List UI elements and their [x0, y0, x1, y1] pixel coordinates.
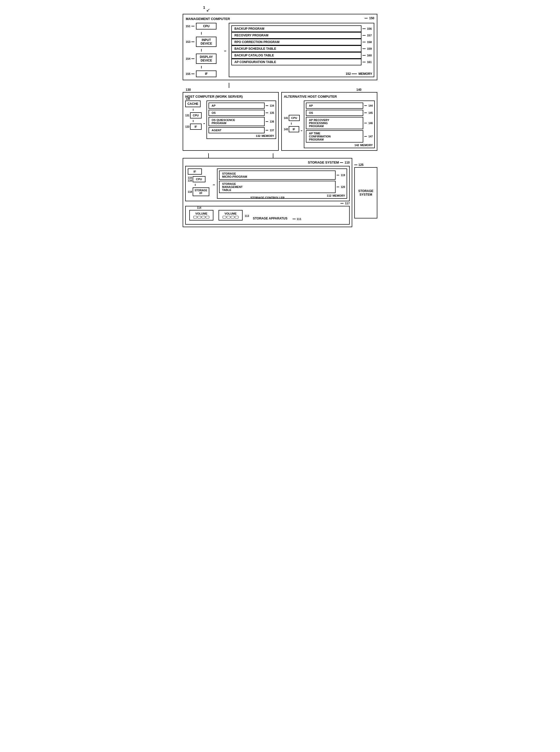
storage-storageif-ref: 118	[188, 191, 192, 193]
mgmt-memory-item: RECOVERY PROGRAM 157	[231, 32, 372, 39]
mgmt-computer-title: MANAGEMENT COMPUTER	[186, 17, 230, 21]
vol1-ref-114: 114	[197, 206, 201, 209]
storage-cpu-ref: 116	[188, 179, 192, 182]
host-computer-title: HOST COMPUTER (WORK SERVER)	[185, 95, 276, 98]
system-diagram: 1 ↙ MANAGEMENT COMPUTER 150 151 CPU	[183, 5, 377, 230]
cpu-ref-label: 151	[186, 25, 190, 28]
mgmt-memory-label: 152 MEMORY	[345, 72, 372, 76]
host-memory-item: OS 135	[208, 110, 274, 116]
storage-system-ref: 110	[344, 161, 350, 165]
storage-memory-item: STORAGE MANAGEMENT TABLE 120	[219, 181, 345, 193]
host-memory-box: AP 134 OS 135 OS QUIESCENCE PROGRAM 136 …	[206, 100, 276, 139]
diagram-arrow: ↙	[206, 7, 210, 13]
diagram-ref: 1	[203, 5, 205, 9]
cache-ref: 138	[186, 97, 190, 100]
alt-memory-item: OS 145	[306, 110, 373, 116]
volume2-box: VOLUME	[219, 210, 243, 220]
mgmt-memory-item: BACKUP CATALOG TABLE 160	[231, 52, 372, 59]
host-ref-top: 130	[186, 88, 191, 92]
host-memory-item: AGENT 137	[208, 127, 274, 133]
storage-memory-item: STORAGE MICRO-PROGRAM 119	[219, 171, 345, 180]
cpu-box: CPU	[196, 23, 217, 30]
alt-cpu-ref: 141	[284, 117, 288, 119]
host-if-box: IF	[190, 123, 202, 130]
alt-if-ref: 143	[284, 128, 288, 131]
storage-apparatus-box: 114 VOLUME 113	[185, 206, 350, 225]
storage-memory-box: STORAGE MICRO-PROGRAM 119 STORAGE MANAGE…	[217, 169, 347, 199]
storage-apparatus-ref: 111	[297, 217, 301, 220]
alt-host-title: ALTERNATIVE HOST COMPUTER	[284, 95, 375, 98]
display-device-box: DISPLAY DEVICE	[196, 54, 217, 64]
storage-vol-ref: 117	[345, 202, 350, 205]
host-memory-item: AP 134	[208, 102, 274, 109]
alt-host-ref-top: 140	[356, 88, 361, 92]
extra-storage-ref: 125	[358, 163, 363, 167]
vol2-ref-113: 113	[245, 215, 249, 217]
storage-controller-label: STORAGE CONTROLLER	[250, 196, 285, 199]
input-device-ref-label: 153	[186, 40, 190, 43]
extra-storage-box: STORAGE SYSTEM	[354, 167, 377, 218]
alt-memory-box: AP 144 OS 145 AP RECOVERY PROCESSING PRO…	[304, 100, 375, 148]
storage-cpu-box: CPU	[193, 176, 205, 182]
storage-system-box: STORAGE SYSTEM 110 IF 115	[183, 158, 352, 227]
storage-controller-box: IF 115 116 CPU	[185, 166, 350, 201]
mgmt-memory-item: BACKUP SCHEDULE TABLE 159	[231, 45, 372, 52]
host-cpu-box: CPU	[190, 112, 202, 118]
host-cpu-ref: 131	[185, 114, 189, 117]
mgmt-memory-item: BACKUP PROGRAM 156	[231, 25, 372, 32]
volume1-box: VOLUME	[189, 210, 214, 220]
host-computer-box: HOST COMPUTER (WORK SERVER) 138 CACHE 13…	[183, 92, 279, 151]
alt-if-box: IF	[289, 126, 299, 132]
mgmt-if-ref-label: 155	[186, 72, 190, 75]
alt-memory-item: AP 144	[306, 102, 373, 109]
mgmt-computer-ref: 150	[369, 16, 374, 20]
alt-host-computer-box: ALTERNATIVE HOST COMPUTER 141 CPU 143	[281, 92, 377, 151]
management-computer-box: MANAGEMENT COMPUTER 150 151 CPU 153	[183, 14, 377, 80]
storage-if-ref: 115	[188, 176, 192, 179]
mgmt-memory-item: RPO CORRECTION PROGRAM 158	[231, 39, 372, 45]
alt-memory-item: AP RECOVERY PROCESSING PROGRAM 146	[306, 117, 373, 129]
input-device-box: INPUT DEVICE	[196, 37, 217, 47]
mgmt-if-box: IF	[196, 71, 217, 77]
storage-if-box: IF	[188, 169, 202, 175]
cache-box: 138 CACHE	[185, 100, 201, 107]
storage-system-title: STORAGE SYSTEM	[308, 160, 339, 165]
alt-memory-item: AP TIME CONFIRMATION PROGRAM 147	[306, 130, 373, 142]
storage-apparatus-label: STORAGE APPARATUS	[253, 217, 287, 220]
mgmt-memory-item: AP CONFIGURATION TABLE 161	[231, 59, 372, 65]
host-memory-item: OS QUIESCENCE PROGRAM 136	[208, 117, 274, 126]
storage-if2-box: STORAGE I/F	[193, 188, 209, 196]
alt-cpu-box: CPU	[289, 115, 300, 121]
host-if-ref: 133	[185, 126, 189, 128]
display-device-ref-label: 154	[186, 57, 190, 60]
